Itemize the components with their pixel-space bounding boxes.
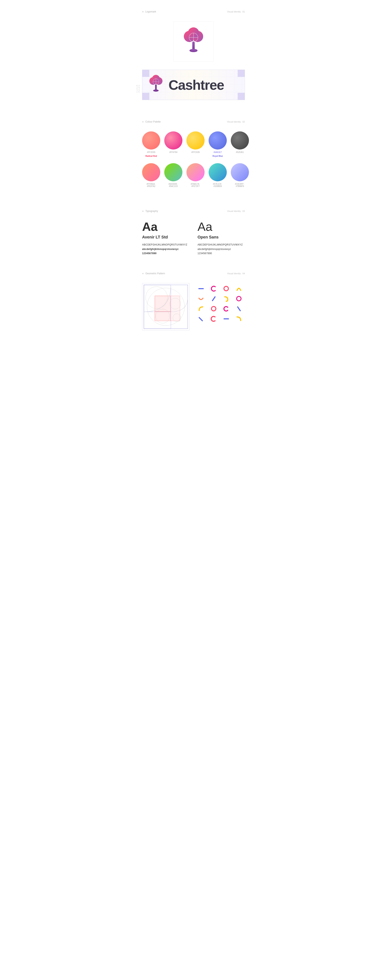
logomark-meta: Visual Identity 01 <box>227 11 245 13</box>
color-circle-pink <box>164 131 182 150</box>
colour-page-num: 02 <box>243 121 245 123</box>
page-number: 01 <box>243 11 245 13</box>
color-hex-dark: #525361 <box>236 151 244 153</box>
svg-line-29 <box>213 297 215 301</box>
color-swatch-dark: #525361 <box>231 131 249 157</box>
type-aa-avenir: Aa <box>142 221 189 233</box>
brand-tree-logo <box>148 75 163 95</box>
colour-palette-header: + Colour Palette Visual Identity 02 <box>142 120 245 123</box>
shape-c-red2 <box>210 315 217 322</box>
color-name-royal-blue: Royal Blue <box>213 155 223 157</box>
color-name-radical-red: Radical Red <box>146 155 157 157</box>
color-hex-teal: #57E1C8 · #328BD6 <box>209 183 227 187</box>
color-hex-pink: #FF4784 <box>169 151 178 153</box>
color-hex-salmon: #FF956A · #FE67A2 <box>142 183 160 187</box>
typography-label-group: + Typography <box>142 210 158 213</box>
svg-rect-27 <box>198 288 204 289</box>
colour-palette-meta: Visual Identity 02 <box>227 121 245 123</box>
colour-palette-label-group: + Colour Palette <box>142 120 161 123</box>
logomark-label: Logomark <box>146 10 156 13</box>
type-block-avenir: Aa Avenir LT Std ABCDEFGHIJKLMNOPQRSTUVW… <box>142 221 189 256</box>
color-hex-green: #82DD05 · #5AC1C0 <box>164 183 182 187</box>
brand-showcase: Cashtree <box>142 70 245 100</box>
svg-line-32 <box>238 307 240 311</box>
colour-plus-icon: + <box>142 120 144 123</box>
color-swatch-peach: #FAB17A · #FE72F7 <box>186 163 205 187</box>
color-swatch-royal-blue: #6A61E7 Royal Blue <box>209 131 227 157</box>
color-swatch-yellow: #FFC635 <box>186 131 205 157</box>
color-circle-dark <box>231 131 249 150</box>
type-aa-opensans: Aa <box>198 221 245 233</box>
svg-point-15 <box>153 89 158 92</box>
corner-br <box>238 93 245 100</box>
shape-o-outline-red <box>210 305 217 312</box>
color-circle-green <box>164 163 182 181</box>
typography-section: + Typography Visual Identity 03 Aa Aveni… <box>130 201 257 264</box>
type-name-opensans: Open Sans <box>198 235 245 239</box>
shape-dash-blue2 <box>223 315 230 322</box>
corner-tr <box>238 70 245 77</box>
geometric-page-num: 04 <box>243 272 245 275</box>
svg-rect-34 <box>224 318 229 319</box>
svg-line-33 <box>199 318 202 321</box>
typography-meta: Visual Identity 03 <box>227 210 245 212</box>
logomark-section-label: + Logomark <box>142 10 156 13</box>
color-circle-radical-red <box>142 131 160 150</box>
color-hex-peach: #FAB17A · #FE72F7 <box>186 183 205 187</box>
shape-slash-blue <box>210 295 217 302</box>
color-swatch-radical-red: #FF2D55 Radical Red <box>142 131 160 157</box>
typography-label: Typography <box>146 210 158 213</box>
colour-palette-section: + Colour Palette Visual Identity 02 #FF2… <box>130 112 257 201</box>
typography-page-num: 03 <box>243 210 245 212</box>
logo-box <box>173 21 214 62</box>
color-circle-teal <box>209 163 227 181</box>
geometric-plus-icon: + <box>142 272 144 275</box>
geometric-label: Geometric Pattern <box>146 272 165 275</box>
type-upper-opensans: ABCDEFGHIJKLMNOPQRSTUVWXYZ <box>198 243 245 247</box>
color-circle-royal-blue <box>209 131 227 150</box>
colour-visual-identity: Visual Identity <box>227 121 241 123</box>
type-lower-opensans: abcdefghijklmnopqrstuvwxyz <box>198 247 245 251</box>
svg-point-7 <box>189 49 198 52</box>
type-block-opensans: Aa Open Sans ABCDEFGHIJKLMNOPQRSTUVWXYZ … <box>198 221 245 256</box>
color-circle-peach <box>186 163 205 181</box>
shape-o-pink <box>235 295 243 302</box>
typography-grid: Aa Avenir LT Std ABCDEFGHIJKLMNOPQRSTUVW… <box>142 221 245 256</box>
geometric-meta: Visual Identity 04 <box>227 272 245 275</box>
colour-palette-label: Colour Palette <box>146 120 161 123</box>
clear-rules-container: Clear Rules <box>142 70 245 100</box>
color-circle-lavender <box>231 163 249 181</box>
color-circle-yellow <box>186 131 205 150</box>
shape-slash-blue2 <box>235 305 243 312</box>
svg-point-30 <box>237 296 241 301</box>
typography-header: + Typography Visual Identity 03 <box>142 210 245 213</box>
logomark-icon-container <box>142 21 245 62</box>
geometric-header: + Geometric Pattern Visual Identity 04 <box>142 272 245 275</box>
color-swatch-lavender: #C8C8FF · #7B86F8 <box>231 163 249 187</box>
shape-curve-yellow <box>235 285 243 292</box>
color-hex-royal-blue: #6A61E7 <box>213 151 222 153</box>
tree-logo-svg <box>182 27 205 56</box>
type-numbers-opensans: 1234567890 <box>198 251 245 256</box>
shape-o-red <box>223 285 230 292</box>
geometric-pattern-section: + Geometric Pattern Visual Identity 04 <box>130 264 257 339</box>
golden-ratio-diagram <box>142 283 189 331</box>
color-swatch-pink: #FF4784 <box>164 131 182 157</box>
plus-icon: + <box>142 10 144 13</box>
type-upper-avenir: ABCDEFGHIJKLMNOPQRSTUVWXYZ <box>142 243 189 247</box>
visual-identity-label: Visual Identity <box>227 11 241 13</box>
shape-curve-yellow4 <box>235 315 243 322</box>
shape-c-red <box>223 305 230 312</box>
type-name-avenir: Avenir LT Std <box>142 235 189 239</box>
type-numbers-avenir: 1234567890 <box>142 251 189 256</box>
color-hex-lavender: #C8C8FF · #7B86F8 <box>231 183 249 187</box>
geometric-label-group: + Geometric Pattern <box>142 272 165 275</box>
shape-c-pink <box>210 285 217 292</box>
geometric-visual-identity: Visual Identity <box>227 272 241 275</box>
shape-curve-yellow2 <box>223 295 230 302</box>
brand-tree-svg <box>148 75 163 94</box>
shape-smile-orange <box>198 295 205 302</box>
typography-visual-identity: Visual Identity <box>227 210 241 212</box>
svg-point-28 <box>224 286 229 291</box>
shape-icons-grid <box>198 283 245 322</box>
